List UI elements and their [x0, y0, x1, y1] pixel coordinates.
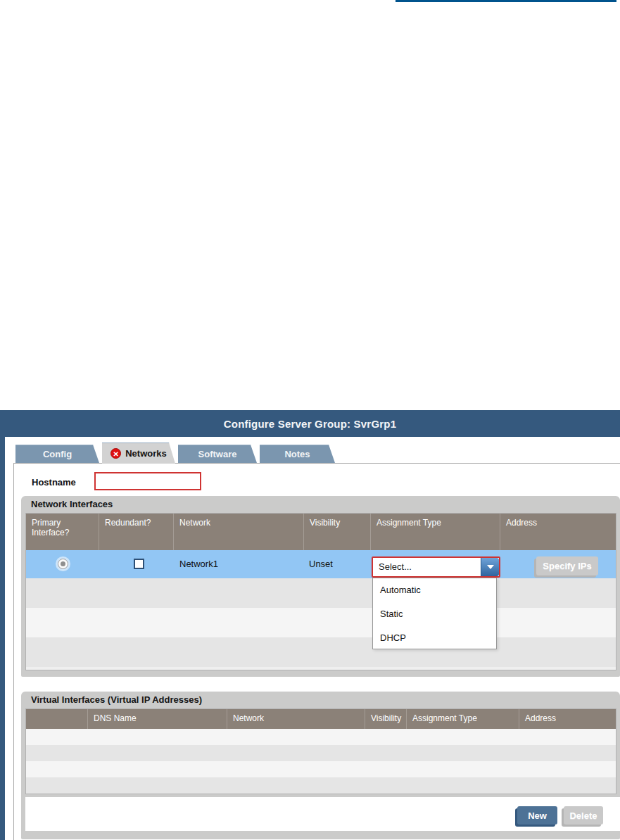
new-button[interactable]: New [517, 806, 557, 825]
visibility-cell: Unset [304, 550, 371, 578]
table-row[interactable]: Network1 Unset [26, 550, 616, 578]
hostname-label: Hostname [32, 477, 76, 488]
column-header: Visibility [304, 514, 371, 550]
table-row [26, 745, 616, 761]
network-cell: Network1 [174, 550, 304, 578]
network-interfaces-panel: Network Interfaces Primary Interface? Re… [21, 496, 620, 677]
primary-interface-radio[interactable] [58, 559, 68, 569]
tab-software[interactable]: Software [178, 445, 257, 463]
delete-button[interactable]: Delete [564, 806, 603, 825]
column-header: DNS Name [88, 709, 227, 729]
tab-networks[interactable]: ✕ Networks [102, 443, 175, 464]
error-icon: ✕ [110, 448, 121, 459]
assignment-type-selected-value: Select... [373, 558, 481, 576]
redundant-checkbox[interactable] [134, 559, 144, 569]
chevron-down-icon[interactable] [481, 558, 499, 576]
hostname-input[interactable] [94, 472, 201, 490]
table-row [26, 777, 616, 794]
dropdown-option-static[interactable]: Static [373, 602, 496, 626]
virtual-interfaces-title: Virtual Interfaces (Virtual IP Addresses… [31, 694, 202, 705]
virtual-interfaces-table: DNS Name Network Visibility Assignment T… [25, 708, 616, 794]
dropdown-option-automatic[interactable]: Automatic [373, 578, 496, 602]
virtual-table-header: DNS Name Network Visibility Assignment T… [26, 709, 616, 729]
tab-notes[interactable]: Notes [260, 445, 335, 463]
tab-networks-label: Networks [125, 448, 167, 459]
table-row [26, 729, 616, 745]
assignment-type-select[interactable]: Select... [372, 556, 500, 578]
column-header: Assignment Type [407, 709, 519, 729]
tab-config-label: Config [43, 449, 72, 459]
column-header: Network [174, 514, 304, 550]
tab-config[interactable]: Config [15, 445, 99, 463]
specify-ips-button[interactable]: Specify IPs [536, 556, 598, 575]
column-header [26, 709, 88, 729]
table-row [26, 637, 616, 667]
tab-software-label: Software [198, 449, 237, 459]
network-interfaces-title: Network Interfaces [31, 499, 113, 509]
column-header: Address [500, 514, 616, 550]
dialog-frame-left [0, 410, 5, 840]
table-row [26, 608, 616, 637]
column-header: Visibility [365, 709, 407, 729]
column-header: Primary Interface? [26, 514, 99, 550]
table-row [26, 761, 616, 777]
table-row [26, 578, 616, 608]
network-table-header: Primary Interface? Redundant? Network Vi… [26, 514, 616, 550]
tab-notes-label: Notes [284, 449, 310, 459]
screen: Configure Server Group: SvrGrp1 Config ✕… [0, 0, 620, 840]
column-header: Assignment Type [371, 514, 500, 550]
dialog-title-bar: Configure Server Group: SvrGrp1 [0, 410, 620, 437]
assignment-type-dropdown: Automatic Static DHCP [372, 578, 497, 649]
column-header: Network [227, 709, 365, 729]
column-header: Address [519, 709, 616, 729]
network-interfaces-table: Primary Interface? Redundant? Network Vi… [25, 513, 616, 670]
accent-line [396, 0, 616, 2]
column-header: Redundant? [99, 514, 174, 550]
table-filler [26, 667, 616, 670]
page-title: Configure Server Group: SvrGrp1 [224, 418, 396, 430]
dropdown-option-dhcp[interactable]: DHCP [373, 626, 496, 650]
